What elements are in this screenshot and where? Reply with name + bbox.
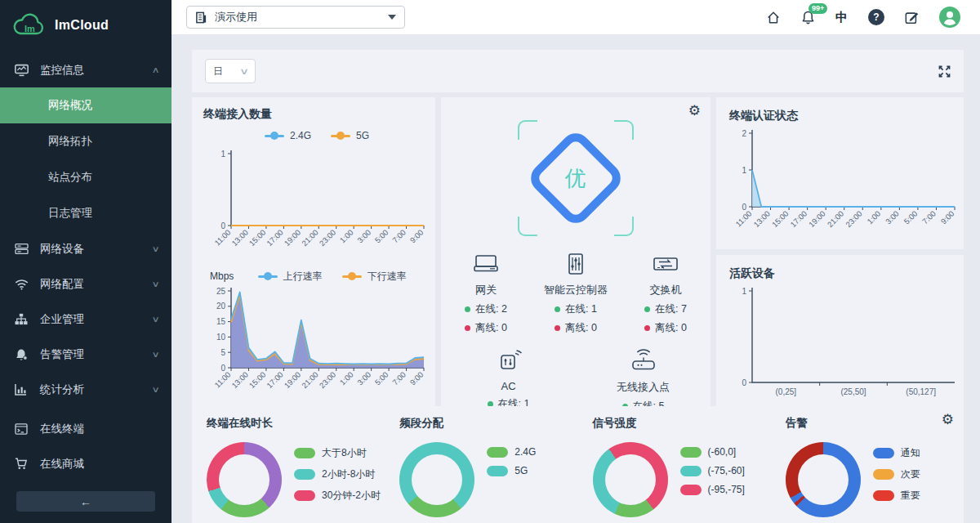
donut-title: 信号强度: [593, 416, 771, 431]
throughput-unit: Mbps: [210, 270, 234, 282]
gear-icon[interactable]: ⚙: [942, 413, 954, 427]
bracket-corner: [518, 120, 537, 140]
sidebar-item-statistics[interactable]: 统计分析∨: [0, 372, 172, 407]
device-online-count: 在线: 7: [644, 302, 687, 316]
feedback-edit-icon[interactable]: [905, 11, 919, 25]
throughput-chart-legend: 上行速率下行速率: [234, 270, 430, 283]
svg-text:3:00: 3:00: [355, 370, 372, 387]
legend-item: 2小时-8小时: [294, 467, 381, 481]
logo: Im ImCloud: [0, 0, 172, 46]
donut-title: 终端在线时长: [207, 416, 385, 431]
org-selector-dropdown[interactable]: 演示使用: [186, 6, 405, 29]
legend-chip: [873, 490, 894, 501]
sidebar-item-enterprise[interactable]: 企业管理∨: [0, 302, 172, 337]
online-dot: [644, 306, 650, 312]
donut-chart-alarms: [786, 442, 861, 517]
legend-item: 30分钟-2小时: [294, 489, 381, 503]
period-select[interactable]: 日 ∨: [205, 59, 256, 83]
legend-item: 2.4G: [265, 130, 311, 141]
sidebar-item-label: 统计分析: [40, 382, 153, 397]
chevron-down-icon: ∨: [151, 350, 159, 359]
svg-text:1: 1: [220, 150, 225, 159]
sidebar-item-alarm[interactable]: 告警管理∨: [0, 337, 172, 372]
donut-chart-signal-strength: [593, 442, 668, 517]
svg-text:7:00: 7:00: [390, 228, 408, 245]
sidebar-subitem[interactable]: 站点分布: [0, 159, 172, 195]
toolbar: 日 ∨: [192, 50, 964, 92]
legend-item: 2.4G: [487, 446, 536, 458]
legend-chip: [487, 466, 508, 476]
sidebar-item-network-devices[interactable]: 网络设备∨: [0, 231, 172, 266]
notification-badge: 99+: [808, 3, 827, 14]
period-label: 日: [213, 65, 223, 78]
svg-text:(0,25]: (0,25]: [776, 387, 797, 396]
svg-text:17:00: 17:00: [265, 370, 285, 391]
sidebar-item-monitoring[interactable]: 监控信息∧: [0, 52, 172, 87]
sidebar-subitem[interactable]: 网络概况: [0, 87, 172, 123]
language-toggle[interactable]: 中: [835, 10, 848, 25]
help-icon[interactable]: ?: [868, 9, 884, 25]
svg-text:15:00: 15:00: [247, 228, 268, 248]
device-row: 网关在线: 2离线: 0智能云控制器在线: 1离线: 0交换机在线: 7离线: …: [441, 253, 710, 335]
bracket-corner: [614, 217, 634, 236]
sidebar-item-online-terminals[interactable]: 在线终端: [0, 411, 172, 446]
donut-title: 告警: [786, 416, 964, 431]
gear-icon[interactable]: ⚙: [688, 104, 701, 118]
legend-item: 5G: [331, 130, 369, 141]
svg-text:19:00: 19:00: [283, 370, 303, 391]
card-title: 活跃设备: [729, 266, 956, 281]
gateway-icon: [471, 253, 501, 275]
legend-chip: [294, 490, 315, 501]
legend-chip: [680, 466, 702, 476]
legend-item: (-95,-75]: [680, 484, 745, 495]
donut-section-signal-strength: 信号强度(-60,0](-75,-60](-95,-75]: [578, 416, 771, 523]
health-indicator: 优: [514, 117, 637, 239]
cart-icon: [15, 458, 29, 470]
device-name: AC: [501, 380, 515, 392]
svg-text:11:00: 11:00: [733, 209, 753, 229]
svg-text:21:00: 21:00: [300, 228, 320, 248]
svg-text:1: 1: [742, 166, 746, 175]
ac-icon: [494, 348, 523, 373]
donut-legend: (-60,0](-75,-60](-95,-75]: [680, 446, 745, 495]
org-icon: [15, 313, 29, 325]
svg-text:11:00: 11:00: [212, 228, 232, 248]
offline-dot: [644, 325, 650, 331]
svg-text:17:00: 17:00: [788, 209, 808, 230]
legend-chip: [294, 448, 315, 458]
fullscreen-expand-icon[interactable]: [938, 65, 951, 78]
sidebar-subitem[interactable]: 网络拓扑: [0, 123, 172, 159]
legend-item: 大于8小时: [294, 446, 381, 460]
online-dot: [555, 306, 560, 312]
svg-text:25: 25: [216, 287, 226, 296]
avatar[interactable]: [939, 7, 960, 28]
chevron-down-icon: ∨: [151, 315, 159, 324]
switch-icon: [651, 253, 680, 275]
sidebar-item-label: 在线商城: [40, 457, 158, 472]
svg-text:1:00: 1:00: [338, 228, 355, 245]
terminal-access-chart: 0111:0013:0015:0017:0019:0021:0023:001:0…: [203, 142, 430, 265]
terminal-icon: [15, 423, 29, 435]
svg-text:3:00: 3:00: [884, 209, 901, 226]
sidebar-collapse-button[interactable]: ←: [16, 491, 155, 512]
sidebar-subitem[interactable]: 日志管理: [0, 195, 172, 231]
donut-row: (-60,0](-75,-60](-95,-75]: [593, 442, 771, 517]
svg-text:11:00: 11:00: [212, 370, 232, 390]
home-icon[interactable]: [766, 11, 781, 25]
throughput-chart: 051015202511:0013:0015:0017:0019:0021:00…: [203, 284, 430, 407]
sidebar-item-online-mall[interactable]: 在线商城: [0, 446, 172, 481]
donut-hole: [219, 454, 270, 505]
legend-chip: [873, 469, 894, 480]
svg-text:7:00: 7:00: [390, 370, 408, 387]
device-status-grid: 网关在线: 2离线: 0智能云控制器在线: 1离线: 0交换机在线: 7离线: …: [441, 253, 710, 432]
device-offline-count: 离线: 0: [465, 321, 507, 335]
sidebar-item-network-config[interactable]: 网络配置∨: [0, 266, 172, 302]
notifications-bell-icon[interactable]: 99+: [801, 10, 815, 25]
donut-section-alarms: 告警通知次要重要: [771, 416, 964, 523]
device-name: 无线接入点: [617, 380, 670, 395]
legend-item: 下行速率: [342, 270, 407, 284]
sidebar-item-label: 企业管理: [40, 312, 153, 327]
legend-chip: [680, 447, 702, 458]
online-dot: [465, 306, 470, 312]
donut-legend: 2.4G5G: [487, 446, 536, 476]
